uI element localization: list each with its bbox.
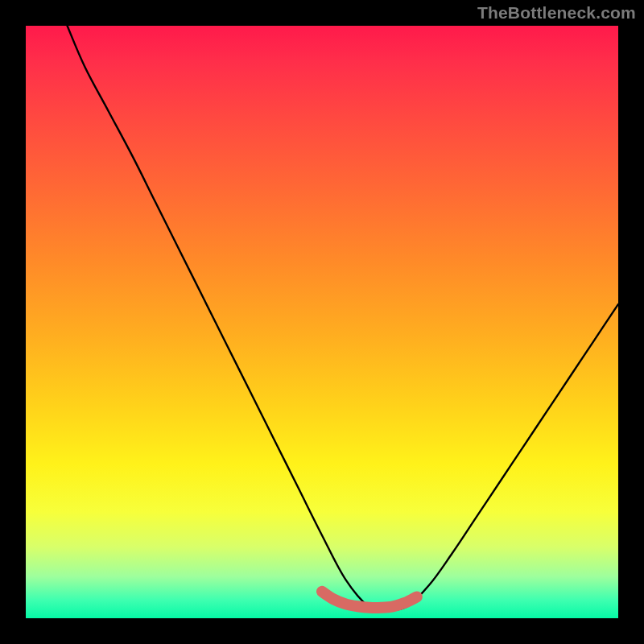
optimal-range-highlight-line — [322, 592, 417, 608]
chart-frame: TheBottleneck.com — [0, 0, 644, 644]
chart-svg — [26, 26, 618, 618]
watermark-text: TheBottleneck.com — [477, 3, 636, 23]
plot-area — [26, 26, 618, 618]
bottleneck-curve-line — [68, 26, 618, 610]
